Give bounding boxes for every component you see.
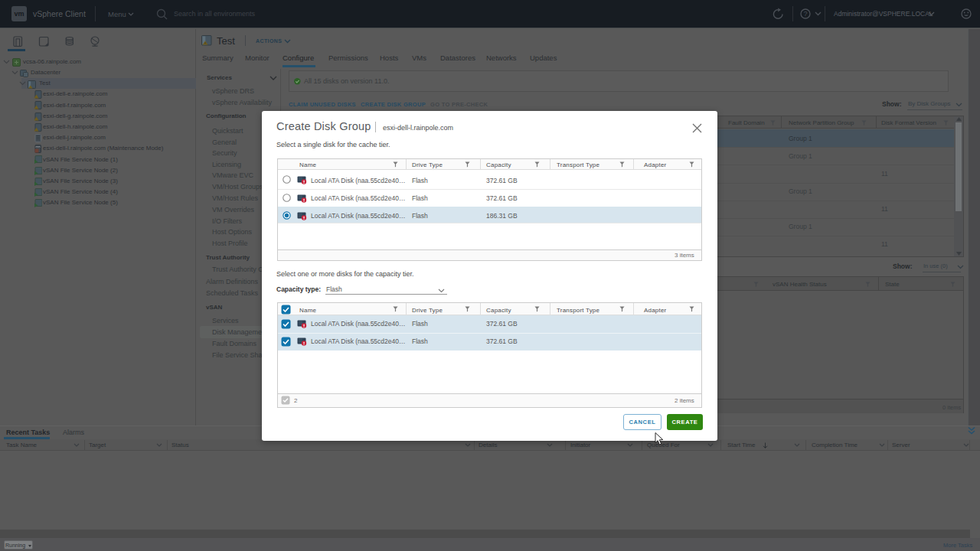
svg-text:?: ? — [803, 10, 807, 18]
